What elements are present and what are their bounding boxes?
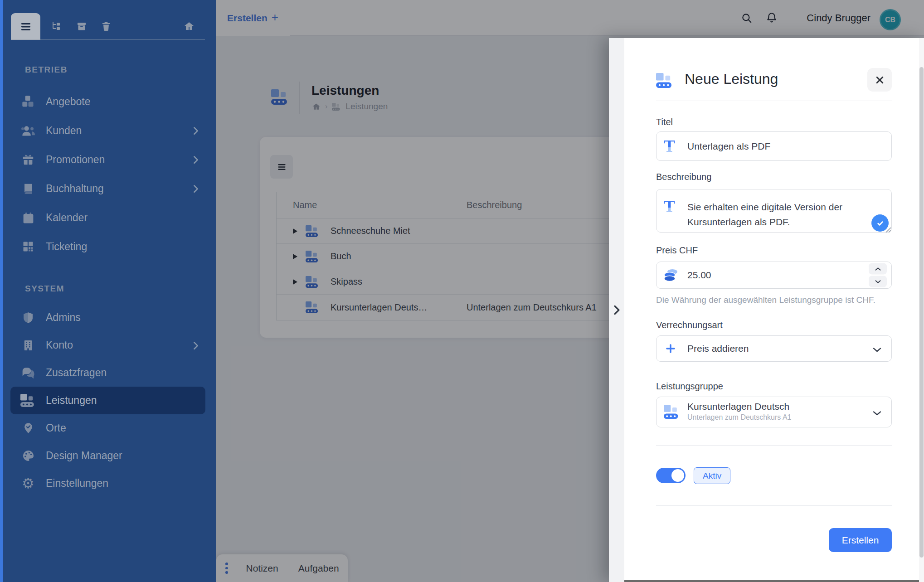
sidebar-item-design-manager[interactable]: Design Manager bbox=[0, 442, 216, 470]
sidebar-item-label: Design Manager bbox=[46, 450, 122, 462]
sidebar-item-label: Admins bbox=[46, 311, 81, 324]
section-label-betrieb: BETRIEB bbox=[25, 65, 216, 75]
sidebar-item-kunden[interactable]: Kunden bbox=[0, 116, 216, 145]
sidebar-item-orte[interactable]: Orte bbox=[0, 414, 216, 442]
aktiv-toggle[interactable] bbox=[656, 468, 686, 483]
tree-icon[interactable] bbox=[51, 21, 62, 32]
plus-icon bbox=[665, 343, 676, 354]
pin-icon bbox=[20, 421, 36, 436]
sidebar-item-kalender[interactable]: Kalender bbox=[0, 203, 216, 232]
leistungsgruppe-value: Kursunterlagen Deutsch bbox=[687, 401, 791, 412]
drawer-body: Neue Leistung Titel T Unterlagen als PDF… bbox=[624, 38, 924, 582]
erstellen-button[interactable]: Erstellen bbox=[829, 528, 892, 552]
cubes-icon bbox=[20, 94, 36, 109]
shield-icon bbox=[20, 310, 36, 325]
drawer-scrollbar[interactable] bbox=[919, 38, 924, 582]
home-icon[interactable] bbox=[184, 21, 195, 32]
chat-icon bbox=[20, 365, 36, 381]
drawer-collapse-handle[interactable] bbox=[609, 38, 624, 582]
blocks-icon bbox=[20, 393, 36, 408]
trash-icon[interactable] bbox=[101, 21, 112, 32]
chevron-up-icon bbox=[875, 267, 881, 271]
preis-stepper bbox=[869, 263, 887, 287]
sidebar-item-label: Ticketing bbox=[46, 241, 87, 253]
sidebar-item-label: Buchhaltung bbox=[46, 183, 104, 195]
sidebar-item-zusatzfragen[interactable]: Zusatzfragen bbox=[0, 359, 216, 387]
beschreibung-textarea[interactable]: T Sie erhalten eine digitale Version der… bbox=[656, 189, 892, 233]
sidebar-item-leistungen[interactable]: Leistungen bbox=[10, 387, 205, 414]
close-icon bbox=[875, 75, 885, 85]
beschreibung-label: Beschreibung bbox=[656, 172, 711, 182]
scrollbar-thumb[interactable] bbox=[919, 67, 924, 558]
preis-helper-text: Die Währung der ausgewählten Leistungsgr… bbox=[656, 295, 875, 305]
drawer-title: Neue Leistung bbox=[685, 71, 778, 87]
palette-icon bbox=[20, 448, 36, 464]
blocks-icon bbox=[664, 405, 680, 419]
titel-input[interactable]: T Unterlagen als PDF bbox=[656, 131, 892, 161]
divider bbox=[11, 39, 205, 40]
sidebar-item-label: Leistungen bbox=[46, 394, 97, 407]
divider bbox=[656, 505, 892, 506]
verrechnungsart-value: Preis addieren bbox=[687, 343, 749, 354]
sidebar-item-label: Kalender bbox=[46, 212, 88, 224]
sidebar-item-label: Angebote bbox=[46, 96, 90, 108]
sidebar: BETRIEB Angebote Kunden Promotionen Buch… bbox=[0, 0, 216, 582]
chevron-down-icon bbox=[875, 280, 881, 283]
chevron-down-icon bbox=[873, 346, 881, 351]
chevron-right-icon bbox=[614, 305, 620, 315]
gear-icon: ⚙ bbox=[20, 476, 36, 491]
stepper-down-button[interactable] bbox=[869, 276, 887, 287]
sidebar-item-admins[interactable]: Admins bbox=[0, 304, 216, 331]
neue-leistung-drawer: Neue Leistung Titel T Unterlagen als PDF… bbox=[609, 38, 924, 582]
divider bbox=[656, 445, 892, 446]
book-icon bbox=[20, 181, 36, 196]
sidebar-item-konto[interactable]: Konto bbox=[0, 331, 216, 359]
sidebar-item-label: Einstellungen bbox=[46, 477, 108, 490]
cutoff-content bbox=[624, 580, 919, 582]
sidebar-item-einstellungen[interactable]: ⚙ Einstellungen bbox=[0, 470, 216, 497]
text-icon: T bbox=[664, 139, 675, 154]
leistungsgruppe-label: Leistungsgruppe bbox=[656, 381, 723, 392]
sidebar-item-ticketing[interactable]: Ticketing bbox=[0, 232, 216, 261]
preis-input[interactable]: 25.00 bbox=[656, 262, 892, 289]
leistungsgruppe-select[interactable]: Kursunterlagen Deutsch Unterlagen zum De… bbox=[656, 397, 892, 427]
calendar-icon bbox=[20, 210, 36, 225]
divider bbox=[656, 101, 892, 101]
sidebar-item-buchhaltung[interactable]: Buchhaltung bbox=[0, 174, 216, 203]
preis-value: 25.00 bbox=[687, 270, 711, 281]
resize-handle-icon[interactable] bbox=[885, 227, 891, 233]
app-screen: Erstellen + Cindy Brugger CB Leistungen … bbox=[0, 0, 924, 582]
titel-label: Titel bbox=[656, 117, 673, 127]
verrechnungsart-select[interactable]: Preis addieren bbox=[656, 335, 892, 362]
sidebar-item-angebote[interactable]: Angebote bbox=[0, 87, 216, 116]
close-button[interactable] bbox=[867, 68, 892, 92]
sidebar-item-promotionen[interactable]: Promotionen bbox=[0, 145, 216, 174]
sidebar-item-label: Kunden bbox=[46, 125, 82, 137]
verrechnungsart-label: Verrechnungsart bbox=[656, 320, 723, 330]
menu-icon[interactable] bbox=[11, 13, 40, 40]
sidebar-item-label: Orte bbox=[46, 422, 66, 434]
chevron-right-icon bbox=[193, 341, 199, 349]
section-label-system: SYSTEM bbox=[25, 284, 216, 294]
blocks-icon bbox=[656, 73, 674, 89]
sidebar-item-label: Konto bbox=[46, 339, 73, 351]
qr-icon bbox=[20, 239, 36, 254]
chevron-down-icon bbox=[873, 410, 881, 415]
coins-icon bbox=[663, 268, 679, 283]
gift-icon bbox=[20, 152, 36, 167]
titel-value: Unterlagen als PDF bbox=[687, 141, 770, 152]
sidebar-item-label: Zusatzfragen bbox=[46, 367, 107, 379]
aktiv-badge: Aktiv bbox=[694, 467, 730, 484]
stepper-up-button[interactable] bbox=[869, 263, 887, 275]
leistungsgruppe-texts: Kursunterlagen Deutsch Unterlagen zum De… bbox=[687, 401, 791, 422]
preis-label: Preis CHF bbox=[656, 245, 698, 256]
building-icon bbox=[20, 338, 36, 353]
text-icon: T bbox=[664, 199, 675, 214]
sidebar-item-label: Promotionen bbox=[46, 154, 105, 166]
sidebar-toolbar bbox=[0, 0, 216, 40]
leistungsgruppe-subtitle: Unterlagen zum Deutschkurs A1 bbox=[687, 413, 791, 422]
users-icon bbox=[20, 123, 36, 138]
archive-icon[interactable] bbox=[76, 21, 87, 32]
chevron-right-icon bbox=[193, 126, 199, 135]
chevron-right-icon bbox=[193, 155, 199, 164]
